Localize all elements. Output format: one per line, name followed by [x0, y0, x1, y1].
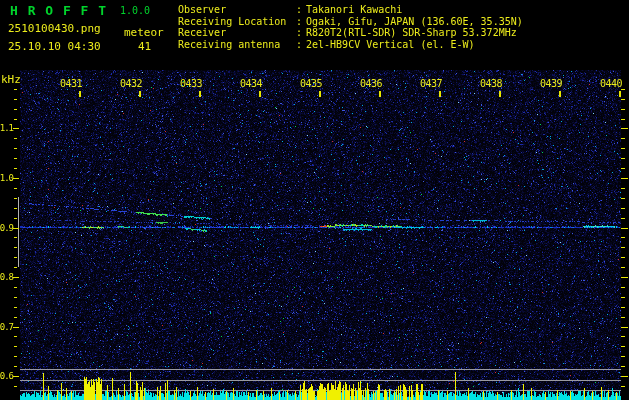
- echo-count: 41: [138, 40, 151, 53]
- freq-tick-label: 0.8: [0, 272, 13, 282]
- time-tick-label: 0440: [592, 79, 622, 89]
- hrofft-window: H R O F F T 1.0.0 2510100430.png meteor …: [0, 0, 629, 400]
- info-row-antenna: Receiving antenna:2el-HB9CV Vertical (el…: [178, 39, 523, 51]
- freq-tick-label: 0.6: [0, 371, 13, 381]
- info-row-receiver: Receiver:R820T2(RTL-SDR) SDR-Sharp 53.37…: [178, 27, 523, 39]
- freq-tick-label: 1.1: [0, 123, 13, 133]
- info-label: Observer: [178, 4, 296, 16]
- app-title: H R O F F T: [10, 3, 107, 18]
- freq-tick-label: 0.7: [0, 322, 13, 332]
- info-separator: :: [296, 16, 306, 28]
- time-tick-label: 0431: [52, 79, 82, 89]
- frequency-axis-unit: kHz: [1, 73, 21, 86]
- antenna-value: 2el-HB9CV Vertical (el. E-W): [306, 39, 475, 51]
- app-version: 1.0.0: [120, 5, 150, 16]
- info-separator: :: [296, 27, 306, 39]
- observation-mode: meteor: [124, 26, 164, 39]
- info-label: Receiver: [178, 27, 296, 39]
- info-separator: :: [296, 39, 306, 51]
- time-tick-label: 0434: [232, 79, 262, 89]
- freq-tick-label: 1.0: [0, 173, 13, 183]
- info-separator: :: [296, 4, 306, 16]
- receiver-value: R820T2(RTL-SDR) SDR-Sharp 53.372MHz: [306, 27, 517, 39]
- info-label: Receiving Location: [178, 16, 296, 28]
- time-tick-label: 0437: [412, 79, 442, 89]
- time-tick-label: 0436: [352, 79, 382, 89]
- output-filename: 2510100430.png: [8, 22, 101, 35]
- info-row-observer: Observer:Takanori Kawachi: [178, 4, 523, 16]
- time-tick-label: 0433: [172, 79, 202, 89]
- time-tick-label: 0432: [112, 79, 142, 89]
- time-tick-label: 0439: [532, 79, 562, 89]
- observation-datetime: 25.10.10 04:30: [8, 40, 101, 53]
- freq-tick-label: 0.9: [0, 223, 13, 233]
- location-value: Ogaki, Gifu, JAPAN (136.60E, 35.35N): [306, 16, 523, 28]
- info-row-location: Receiving Location:Ogaki, Gifu, JAPAN (1…: [178, 16, 523, 28]
- spectrogram-canvas: [0, 0, 629, 400]
- station-info: Observer:Takanori Kawachi Receiving Loca…: [178, 4, 523, 50]
- info-label: Receiving antenna: [178, 39, 296, 51]
- observer-value: Takanori Kawachi: [306, 4, 402, 16]
- time-tick-label: 0438: [472, 79, 502, 89]
- time-tick-label: 0435: [292, 79, 322, 89]
